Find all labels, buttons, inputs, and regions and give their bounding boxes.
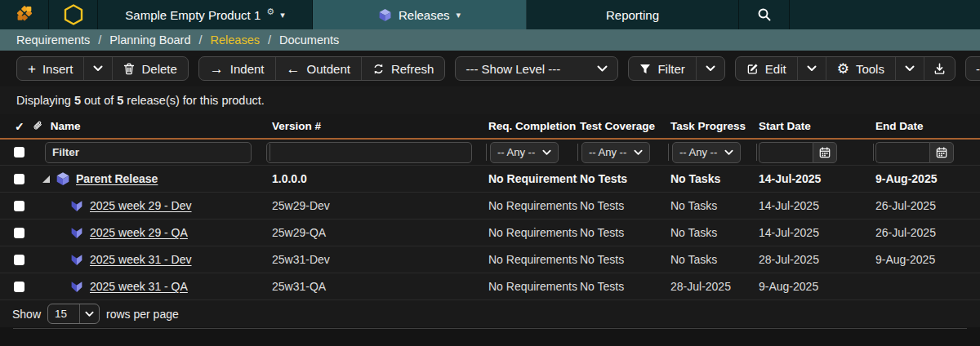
filter-funnel-icon [639, 64, 651, 74]
breadcrumb-planning-board[interactable]: Planning Board [109, 33, 190, 47]
insert-delete-group: + Insert Delete [16, 56, 189, 81]
status-text: Displaying [16, 94, 71, 107]
table-row: 2025 week 29 - Dev 25w29-Dev No Requirem… [0, 193, 980, 220]
arrow-right-icon: → [210, 62, 224, 76]
edit-tools-group: Edit ⚙ Tools [735, 56, 956, 81]
start-date-cell: 14-Jul-2025 [756, 226, 873, 239]
release-link[interactable]: 2025 week 29 - QA [90, 226, 188, 239]
start-date-cell: 28-Jul-2025 [756, 253, 873, 266]
task-progress-filter-select[interactable]: -- Any -- [672, 142, 741, 163]
calendar-icon [936, 147, 947, 158]
chevron-down-icon [807, 65, 817, 72]
tree-collapse-icon[interactable] [42, 175, 50, 183]
row-checkbox[interactable] [14, 255, 24, 265]
test-coverage-column-header[interactable]: Test Coverage [577, 120, 668, 132]
test-coverage-cell: No Tests [577, 253, 668, 266]
row-check-cell [0, 193, 37, 219]
workspace-hexagon-button[interactable] [49, 0, 98, 29]
start-date-column-header[interactable]: Start Date [756, 120, 873, 132]
breadcrumb-separator: / [268, 33, 271, 47]
tools-button[interactable]: ⚙ Tools [826, 57, 895, 80]
tab-releases-label: Releases [399, 8, 450, 22]
release-link[interactable]: 2025 week 31 - Dev [90, 253, 192, 266]
end-date-filter-input[interactable] [875, 142, 929, 163]
row-checkbox[interactable] [14, 201, 24, 211]
end-date-filter-cell [873, 140, 980, 165]
search-icon [757, 7, 772, 22]
name-column-header[interactable]: ✓ Name [0, 120, 270, 133]
start-date-calendar-button[interactable] [813, 142, 837, 163]
filter-dropdown-button[interactable] [696, 57, 724, 80]
release-link[interactable]: 2025 week 29 - Dev [90, 199, 192, 212]
status-text: release(s) for this product. [127, 94, 264, 107]
tab-releases[interactable]: Releases ▾ [313, 0, 527, 29]
shown-count: 5 [74, 94, 81, 107]
row-checkbox[interactable] [14, 282, 24, 292]
total-count: 5 [117, 94, 123, 107]
product-settings-gear-icon: ⚙ [266, 7, 274, 17]
end-date-calendar-button[interactable] [929, 142, 954, 163]
release-link[interactable]: Parent Release [76, 172, 158, 185]
start-date-filter-cell [756, 140, 873, 165]
table-row: 2025 week 31 - QA 25w31-QA No Requiremen… [0, 273, 980, 300]
req-filter-cell: -- Any -- [486, 140, 577, 165]
breadcrumb-separator: / [98, 33, 101, 47]
breadcrumb-documents[interactable]: Documents [279, 33, 339, 47]
tools-dropdown-button[interactable] [895, 57, 924, 80]
app-logo[interactable] [0, 0, 49, 29]
filter-row: -- Any -- -- Any -- -- Any -- [0, 140, 980, 166]
version-cell: 25w31-QA [270, 280, 486, 293]
plus-icon: + [28, 62, 36, 76]
show-level-select[interactable]: --- Show Level --- [455, 56, 618, 81]
record-count-status: Displaying 5 out of 5 release(s) for thi… [0, 86, 980, 114]
indent-button[interactable]: → Indent [199, 57, 275, 80]
refresh-button-label: Refresh [391, 62, 434, 76]
insert-button[interactable]: + Insert [17, 57, 83, 80]
breadcrumb: Requirements / Planning Board / Releases… [0, 29, 980, 51]
name-filter-input[interactable] [45, 142, 252, 163]
refresh-button[interactable]: Refresh [361, 57, 445, 80]
release-link[interactable]: 2025 week 31 - QA [90, 280, 188, 293]
search-button[interactable] [739, 0, 790, 29]
filter-button[interactable]: Filter [629, 57, 695, 80]
outdent-button[interactable]: ← Outdent [275, 57, 361, 80]
sprint-icon [69, 226, 84, 240]
version-column-header[interactable]: Version # [270, 120, 486, 132]
start-date-cell: 14-Jul-2025 [756, 199, 873, 212]
end-date-column-header[interactable]: End Date [873, 120, 980, 132]
row-checkbox[interactable] [14, 228, 24, 238]
edit-pencil-icon [746, 63, 759, 75]
version-cell: 25w29-QA [270, 226, 486, 239]
product-selector[interactable]: Sample Empty Product 1 ⚙ ▾ [98, 0, 313, 29]
version-cell: 25w29-Dev [270, 199, 486, 212]
select-all-checkbox[interactable] [14, 147, 24, 157]
breadcrumb-releases[interactable]: Releases [211, 33, 260, 47]
version-cell: 1.0.0.0 [270, 172, 486, 185]
edit-dropdown-button[interactable] [797, 57, 826, 80]
rows-per-page-select[interactable]: 15 [47, 304, 100, 324]
release-cube-icon [56, 171, 70, 186]
task-filter-cell: -- Any -- [668, 140, 756, 165]
breadcrumb-requirements[interactable]: Requirements [16, 33, 90, 47]
req-completion-filter-select[interactable]: -- Any -- [490, 142, 559, 163]
req-completion-column-header[interactable]: Req. Completion [486, 120, 577, 132]
end-date-cell: 9-Aug-2025 [756, 280, 873, 293]
start-date-filter-input[interactable] [759, 142, 813, 163]
task-progress-column-header[interactable]: Task Progress [668, 120, 756, 132]
version-filter-cell [270, 140, 486, 165]
insert-dropdown-button[interactable] [83, 57, 112, 80]
delete-button[interactable]: Delete [112, 57, 187, 80]
start-date-cell: 28-Jul-2025 [668, 280, 756, 293]
task-filter-value: -- Any -- [679, 146, 717, 158]
test-coverage-filter-select[interactable]: -- Any -- [581, 142, 650, 163]
version-filter-input[interactable] [266, 142, 472, 163]
paperclip-icon [32, 120, 43, 132]
edit-button[interactable]: Edit [736, 57, 797, 80]
tab-reporting[interactable]: Reporting [527, 0, 739, 29]
end-date-cell: 26-Jul-2025 [873, 199, 980, 212]
download-button[interactable] [924, 57, 955, 80]
rows-per-page-suffix: rows per page [106, 308, 179, 321]
release-name-cell: 2025 week 31 - Dev [37, 253, 270, 267]
row-checkbox[interactable] [14, 174, 24, 184]
show-hide-columns-select[interactable]: -- Show/hide columns -- [965, 56, 980, 81]
